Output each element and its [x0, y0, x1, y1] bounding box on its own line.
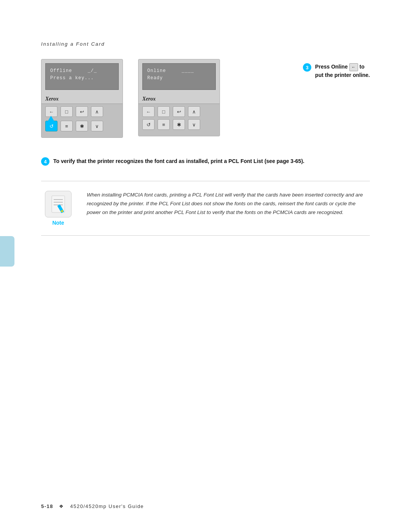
online-btn-online[interactable]: ← — [142, 106, 155, 117]
step3-text: Press Online ← to put the printer online… — [315, 63, 370, 79]
online-btn-doc[interactable]: □ — [158, 106, 170, 117]
offline-btn-up[interactable]: ∧ — [91, 106, 103, 117]
note-text: When installing PCMCIA font cards, print… — [87, 191, 370, 217]
offline-btn-online[interactable]: ← — [45, 106, 57, 117]
offline-line2: Press a key... — [50, 75, 114, 82]
footer-guide-title: 4520/4520mp User's Guide — [70, 503, 144, 509]
printer-panel-online: Online ____ Ready Xerox ← □ ↩ ∧ ↺ ≡ ✱ ∨ — [138, 59, 220, 136]
offline-button-row2: ↺ ≡ ✱ ∨ — [45, 121, 119, 131]
offline-display: Offline _/_ Press a key... — [45, 63, 119, 90]
online-btn-menu[interactable]: ≡ — [158, 119, 170, 130]
offline-brand: Xerox — [45, 96, 59, 102]
page-footer: 5-18 ❖ 4520/4520mp User's Guide — [41, 503, 144, 509]
chapter-tab — [0, 236, 14, 267]
offline-line1: Offline _/_ — [50, 67, 114, 75]
printer-panel-offline: Offline _/_ Press a key... Xerox ← □ ↩ ∧ — [41, 59, 123, 138]
online-label-area: Xerox — [139, 93, 220, 104]
offline-btn-star[interactable]: ✱ — [76, 121, 88, 131]
note-icon-area: Note — [41, 191, 75, 226]
step4-number: 4 — [41, 157, 49, 166]
footer-separator: ❖ — [55, 503, 68, 509]
step4-container: 4 To verify that the printer recognizes … — [41, 157, 370, 166]
step3-container: 3 Press Online ← to put the printer onli… — [303, 59, 370, 79]
offline-label-area: Xerox — [41, 93, 123, 104]
step4-text: To verify that the printer recognizes th… — [53, 157, 304, 165]
pencil-icon — [49, 194, 68, 215]
online-line2: Ready — [147, 75, 211, 82]
online-btn-redo[interactable]: ↺ — [142, 119, 155, 130]
online-btn-down[interactable]: ∨ — [188, 119, 200, 130]
online-buttons: ← □ ↩ ∧ ↺ ≡ ✱ ∨ — [139, 104, 220, 136]
offline-buttons: ← □ ↩ ∧ ↺ ≡ ✱ ∨ — [41, 104, 123, 137]
panels-row: Offline _/_ Press a key... Xerox ← □ ↩ ∧ — [41, 59, 370, 138]
online-brand: Xerox — [142, 96, 156, 102]
step3-number: 3 — [303, 63, 311, 72]
online-btn-up[interactable]: ∧ — [188, 106, 200, 117]
offline-btn-menu[interactable]: ≡ — [61, 121, 73, 131]
page-header: Installing a Font Card — [41, 41, 105, 47]
page-header-text: Installing a Font Card — [41, 41, 105, 47]
online-button-row2: ↺ ≡ ✱ ∨ — [142, 119, 216, 130]
offline-btn-return[interactable]: ↩ — [76, 106, 88, 117]
online-btn-return[interactable]: ↩ — [173, 106, 185, 117]
note-label: Note — [52, 220, 64, 226]
footer-page-num: 5-18 — [41, 503, 53, 509]
offline-btn-down[interactable]: ∨ — [91, 121, 103, 131]
note-icon — [45, 191, 72, 217]
main-content: Offline _/_ Press a key... Xerox ← □ ↩ ∧ — [41, 59, 370, 251]
online-display: Online ____ Ready — [142, 63, 216, 90]
online-line1: Online ____ — [147, 67, 211, 75]
online-btn-star[interactable]: ✱ — [173, 119, 185, 130]
note-section: Note When installing PCMCIA font cards, … — [41, 181, 370, 236]
offline-button-row1: ← □ ↩ ∧ — [45, 106, 119, 117]
online-button-row1: ← □ ↩ ∧ — [142, 106, 216, 117]
offline-btn-doc[interactable]: □ — [61, 106, 73, 117]
